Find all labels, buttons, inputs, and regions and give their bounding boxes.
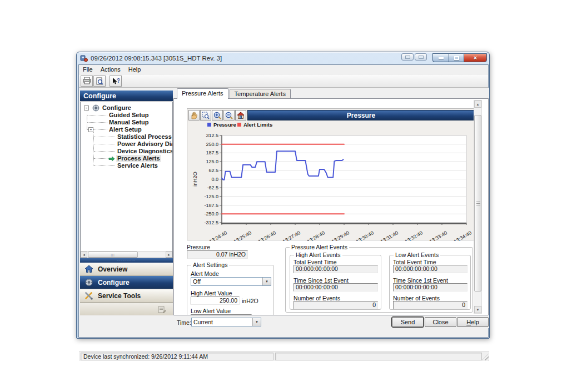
low-alert-events-group: Low Alert Events Total Event Time 00:000… [389,255,471,310]
notes-icon[interactable] [157,305,166,314]
hand-icon [190,112,198,119]
tree-item-statistical-process-monitoring[interactable]: Statistical Process Monitoring [81,133,173,140]
tree-horizontal-scrollbar[interactable]: ◄ ||| ► [81,251,172,258]
window-extra-button-2[interactable] [415,53,427,61]
svg-text:-187.5: -187.5 [204,203,218,208]
sidebar-item-service-tools[interactable]: Service Tools [80,289,173,303]
print-preview-button[interactable] [93,76,106,87]
reset-view-button[interactable] [235,110,246,120]
chevron-down-icon[interactable]: ▼ [262,278,271,285]
zoom-out-button[interactable] [223,110,235,120]
tree-connector [94,137,115,137]
sidebar-item-overview[interactable]: Overview [80,263,173,276]
collapse-icon[interactable]: - [84,105,89,110]
maximize-button[interactable] [449,53,464,62]
sidebar-header: Configure [80,91,173,101]
tree-item-manual-setup[interactable]: Manual Setup [81,119,173,126]
house-icon [237,112,245,119]
scroll-up-icon[interactable]: ▲ [474,100,481,108]
high-alert-events-group: High Alert Events Total Event Time 00:00… [290,255,381,310]
maximize-icon [454,56,459,60]
help-button[interactable]: Help [457,317,489,327]
pressure-alerts-page: Pressure Pressure Alert Limits -31 [173,98,489,315]
scrollbar-thumb[interactable]: ||| [88,252,138,258]
svg-text:13:34:40: 13:34:40 [453,230,472,241]
svg-text:-312.5: -312.5 [204,220,218,225]
tree-item-label: Guided Setup [108,112,150,119]
window-title: 09/26/2012 09:08:15.343 [3051S_HDT Rev. … [91,55,222,62]
tree-connector [94,158,110,159]
status-panel-2 [275,353,482,360]
configure-tree: - Configure Guided S [80,102,173,258]
tree-item-configure-root[interactable]: - Configure [81,104,173,112]
time-select[interactable]: Current ▼ [191,318,261,326]
tree-item-service-alerts[interactable]: Service Alerts [81,162,173,169]
footer-bar: Time: Current ▼ Send Close Help [79,315,489,328]
zoom-out-icon [225,112,233,119]
tree-item-label: Service Alerts [116,162,159,169]
printer-icon [83,77,91,84]
tree-connector [87,122,107,123]
context-help-button[interactable]: ? [110,76,122,87]
window-extra-button-1[interactable] [401,53,414,61]
tabstrip: Pressure Alerts Temperature Alerts [177,88,292,98]
page-vertical-scrollbar[interactable]: ▲ ▼ [474,100,482,314]
svg-text:13:28:40: 13:28:40 [306,230,326,241]
close-button[interactable]: × [464,53,487,62]
print-button[interactable] [81,76,93,87]
chart-title: Pressure [247,110,475,120]
low-alert-value-field[interactable]: -250.00 inH2O [191,314,252,315]
tab-pressure-alerts[interactable]: Pressure Alerts [177,88,228,99]
menu-file[interactable]: File [79,66,97,73]
tree-item-label: Manual Setup [108,119,150,126]
minimize-button[interactable] [432,53,449,62]
pressure-value-field: 0.07 inH2O [187,250,248,259]
svg-text:-62.5: -62.5 [207,185,218,190]
high-alert-value-field[interactable]: 250.00 [191,296,240,305]
tree-item-power-advisory-diagnostics[interactable]: Power Advisory Diagnostics [81,140,173,148]
send-button[interactable]: Send [392,317,424,327]
app-window: 09/26/2012 09:08:15.343 [3051S_HDT Rev. … [76,52,490,339]
tree-item-alert-setup[interactable]: - Alert Setup [81,126,173,133]
svg-text:13:27:40: 13:27:40 [282,230,301,241]
tree-item-device-diagnostics[interactable]: Device Diagnostics [81,148,173,155]
menu-actions[interactable]: Actions [97,66,125,73]
main-area: Configure - [79,88,489,328]
tab-temperature-alerts[interactable]: Temperature Alerts [230,89,291,98]
chevron-down-icon[interactable]: ▼ [252,318,261,326]
zoom-region-button[interactable] [200,110,211,120]
time-select-value: Current [193,319,213,325]
scroll-left-icon[interactable]: ◄ [81,252,87,258]
high-alert-events-title: High Alert Events [294,252,342,258]
panel-splitter[interactable]: ········· [80,258,173,263]
pan-button[interactable] [188,110,200,120]
alert-mode-select[interactable]: Off ▼ [191,277,271,286]
sidebar-item-label: Overview [98,265,127,273]
total-event-time-field: 00:000:00:00:00 [393,265,467,273]
scroll-right-icon[interactable]: ► [166,252,172,258]
high-alert-label: High Alert Value [191,290,232,296]
tree-item-label: Alert Setup [108,126,143,133]
menu-help[interactable]: Help [125,66,145,73]
pressure-alert-events-title: Pressure Alert Events [290,244,349,250]
titlebar[interactable]: 09/26/2012 09:08:15.343 [3051S_HDT Rev. … [77,52,489,64]
close-dialog-button[interactable]: Close [425,317,456,327]
svg-text:62.5: 62.5 [208,168,218,173]
alert-settings-group: Alert Settings Alert Mode Off ▼ High Ale… [187,265,274,315]
zoom-in-button[interactable] [212,110,223,120]
collapse-icon[interactable]: - [88,127,93,132]
svg-text:?: ? [117,78,120,84]
svg-text:13:33:40: 13:33:40 [429,230,448,241]
tree-item-guided-setup[interactable]: Guided Setup [81,112,173,119]
tree-item-process-alerts[interactable]: Process Alerts [81,155,173,162]
scrollbar-thumb[interactable] [474,115,481,292]
scroll-down-icon[interactable]: ▼ [474,306,481,313]
window-glyph-icon [405,56,410,59]
sidebar-item-configure[interactable]: Configure [80,276,173,289]
time-since-first-event-field: 00:000:00:00:00 [393,283,467,292]
resize-grip[interactable] [482,354,489,360]
tree-item-label: Configure [101,104,132,112]
pressure-chart-block: Pressure Pressure Alert Limits -31 [187,108,475,240]
svg-text:inH2O: inH2O [192,172,198,187]
sidebar-item-label: Service Tools [98,292,141,300]
